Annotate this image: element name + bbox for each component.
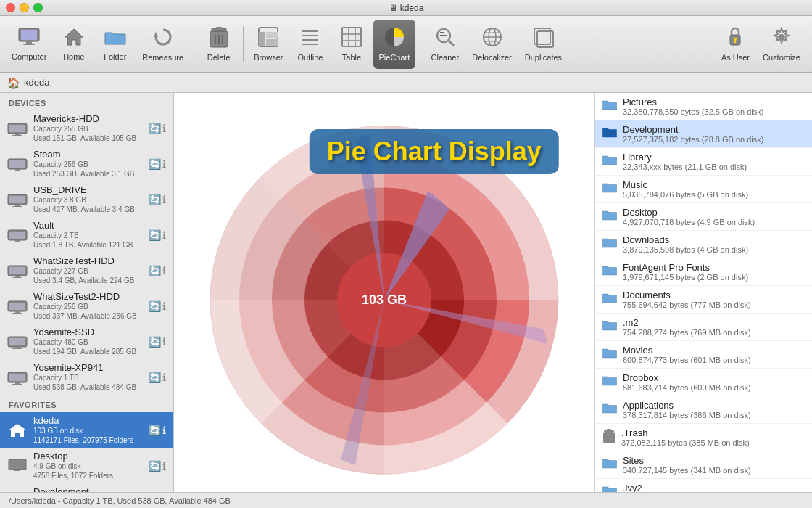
sidebar-device-0[interactable]: Mavericks-HDD Capacity 255 GBUsed 151 GB… — [0, 110, 173, 146]
favorite-refresh-icon[interactable]: 🔄 — [149, 460, 161, 472]
svg-rect-15 — [266, 39, 278, 46]
toolbar-outline-label: Outline — [298, 53, 323, 62]
file-list-item-4[interactable]: Desktop 4,927,070,718 bytes (4.9 GB on d… — [595, 203, 812, 231]
device-refresh-icon[interactable]: 🔄 — [149, 265, 161, 276]
favorite-info-icon[interactable]: ℹ — [162, 460, 166, 472]
svg-rect-55 — [15, 240, 20, 242]
toolbar-delete[interactable]: Delete — [199, 20, 239, 69]
sidebar-device-4[interactable]: WhatSizeTest-HDD Capacity 227 GBUsed 3.4… — [0, 253, 173, 288]
file-name: Library — [623, 152, 805, 163]
folder-icon — [104, 27, 127, 50]
file-list-item-14[interactable]: .ivy2 188,786,529 bytes (189 MB on disk) — [595, 479, 812, 492]
favorite-info-icon[interactable]: ℹ — [162, 425, 166, 436]
device-info-icon[interactable]: ℹ — [162, 229, 166, 241]
toolbar-computer-label: Computer — [12, 52, 46, 61]
file-name: .Trash — [621, 427, 805, 438]
device-refresh-icon[interactable]: 🔄 — [149, 194, 161, 205]
toolbar-delete-label: Delete — [207, 53, 231, 62]
svg-rect-71 — [15, 382, 20, 384]
maximize-button[interactable] — [33, 3, 43, 12]
file-icon — [602, 181, 617, 197]
file-list-item-13[interactable]: Sites 340,727,145 bytes (341 MB on disk) — [595, 451, 812, 479]
file-icon — [602, 126, 617, 142]
device-refresh-icon[interactable]: 🔄 — [149, 372, 161, 383]
toolbar-home[interactable]: Home — [54, 20, 94, 69]
toolbar-customize[interactable]: Customize — [757, 20, 806, 69]
device-refresh-icon[interactable]: 🔄 — [149, 158, 161, 170]
file-list-item-9[interactable]: Movies 600,874,773 bytes (601 MB on disk… — [595, 341, 812, 369]
device-info-icon[interactable]: ℹ — [162, 194, 166, 205]
toolbar-remeasure[interactable]: Remeasure — [136, 20, 189, 69]
svg-rect-20 — [342, 28, 361, 46]
device-refresh-icon[interactable]: 🔄 — [149, 229, 161, 241]
minimize-button[interactable] — [20, 3, 29, 12]
file-size: 754,288,274 bytes (769 MB on disk) — [623, 328, 805, 337]
file-icon — [602, 456, 617, 473]
sidebar-favorite-2[interactable]: Development 28.8 GB on disk579543 Files,… — [0, 483, 173, 492]
chart-area[interactable]: 103 GB Pie Chart Display — [174, 93, 594, 492]
file-list-item-7[interactable]: Documents 755,694,642 bytes (777 MB on d… — [595, 286, 812, 314]
toolbar-table[interactable]: Table — [332, 20, 372, 69]
toolbar-piechart[interactable]: PieChart — [373, 20, 416, 69]
toolbar-cleaner[interactable]: Cleaner — [425, 20, 465, 69]
svg-point-38 — [734, 38, 737, 41]
sidebar-favorite-1[interactable]: Desktop 4.9 GB on disk4758 Files, 1072 F… — [0, 448, 173, 483]
file-list-item-0[interactable]: Pictures 32,380,778,550 bytes (32.5 GB o… — [595, 93, 812, 120]
file-list-item-6[interactable]: FontAgent Pro Fonts 1,979,671,145 bytes … — [595, 258, 812, 286]
file-size: 32,380,778,550 bytes (32.5 GB on disk) — [623, 107, 805, 116]
sidebar-device-7[interactable]: Yosemite-XP941 Capacity 1 TBUsed 538 GB,… — [0, 359, 173, 395]
sidebar-device-2[interactable]: USB_DRIVE Capacity 3.8 GBUsed 427 MB, Av… — [0, 181, 173, 217]
file-icon — [602, 346, 617, 363]
file-list-item-2[interactable]: Library 22,343,xxx bytes (21.1 GB on dis… — [595, 148, 812, 176]
file-size: 340,727,145 bytes (341 MB on disk) — [623, 466, 805, 475]
file-icon — [602, 236, 617, 253]
file-list-item-11[interactable]: Applications 378,317,814 bytes (386 MB o… — [595, 396, 812, 424]
favorite-refresh-icon[interactable]: 🔄 — [149, 425, 161, 436]
toolbar-computer[interactable]: Computer — [6, 20, 52, 69]
file-list-item-12[interactable]: .Trash 372,082,115 bytes (385 MB on disk… — [595, 424, 812, 451]
toolbar-duplicates[interactable]: Duplicates — [519, 20, 568, 69]
devices-section-title: DEVICES — [0, 93, 173, 110]
sidebar-favorite-0[interactable]: kdeda 103 GB on disk1142171 Files, 20797… — [0, 412, 173, 448]
file-list-item-5[interactable]: Downloads 3,879,135,598 bytes (4 GB on d… — [595, 231, 812, 258]
toolbar-folder[interactable]: Folder — [95, 20, 135, 69]
file-list-item-1[interactable]: Development 27,527,375,182 bytes (28.8 G… — [595, 120, 812, 148]
sidebar-device-3[interactable]: Vault Capacity 2 TBUsed 1.8 TB, Availabl… — [0, 217, 173, 253]
device-info-icon[interactable]: ℹ — [162, 265, 166, 276]
close-button[interactable] — [6, 3, 15, 12]
file-icon — [602, 208, 617, 225]
device-refresh-icon[interactable]: 🔄 — [149, 123, 161, 134]
window-controls[interactable] — [6, 3, 43, 12]
sidebar-device-5[interactable]: WhatSizeTest2-HDD Capacity 256 GBUsed 33… — [0, 288, 173, 324]
device-detail: Capacity 3.8 GBUsed 427 MB, Available 3.… — [33, 195, 143, 214]
device-info-icon[interactable]: ℹ — [162, 158, 166, 170]
toolbar-asuser[interactable]: As User — [716, 20, 755, 69]
favorite-detail: 103 GB on disk1142171 Files, 207975 Fold… — [33, 426, 143, 445]
toolbar-browser[interactable]: Browser — [248, 20, 289, 69]
file-size: 1,979,671,145 bytes (2 GB on disk) — [623, 273, 805, 282]
device-refresh-icon[interactable]: 🔄 — [149, 300, 161, 312]
toolbar-home-label: Home — [63, 52, 84, 61]
addressbar-path: kdeda — [24, 77, 49, 88]
sidebar-device-1[interactable]: Steam Capacity 256 GBUsed 253 GB, Availa… — [0, 146, 173, 181]
svg-rect-67 — [15, 347, 20, 348]
pie-chart-banner: Pie Chart Display — [310, 129, 559, 174]
device-refresh-icon[interactable]: 🔄 — [149, 336, 161, 348]
file-list-item-3[interactable]: Music 5,035,784,076 bytes (5 GB on disk) — [595, 176, 812, 203]
device-name: USB_DRIVE — [33, 184, 143, 195]
svg-rect-60 — [12, 277, 22, 278]
device-name: Mavericks-HDD — [33, 113, 143, 124]
file-list-item-8[interactable]: .m2 754,288,274 bytes (769 MB on disk) — [595, 314, 812, 341]
file-size: 581,683,714 bytes (600 MB on disk) — [623, 383, 805, 392]
device-info-icon[interactable]: ℹ — [162, 336, 166, 348]
svg-rect-46 — [9, 160, 25, 168]
device-detail: Capacity 227 GBUsed 3.4 GB, Available 22… — [33, 266, 143, 285]
device-info-icon[interactable]: ℹ — [162, 372, 166, 383]
device-info-icon[interactable]: ℹ — [162, 300, 166, 312]
toolbar-outline[interactable]: Outline — [291, 20, 331, 69]
file-list-item-10[interactable]: Dropbox 581,683,714 bytes (600 MB on dis… — [595, 369, 812, 396]
device-info-icon[interactable]: ℹ — [162, 123, 166, 134]
sidebar-device-6[interactable]: Yosemite-SSD Capacity 480 GBUsed 194 GB,… — [0, 324, 173, 359]
toolbar-delocalizer[interactable]: Delocalizer — [466, 20, 517, 69]
svg-rect-87 — [607, 429, 611, 430]
